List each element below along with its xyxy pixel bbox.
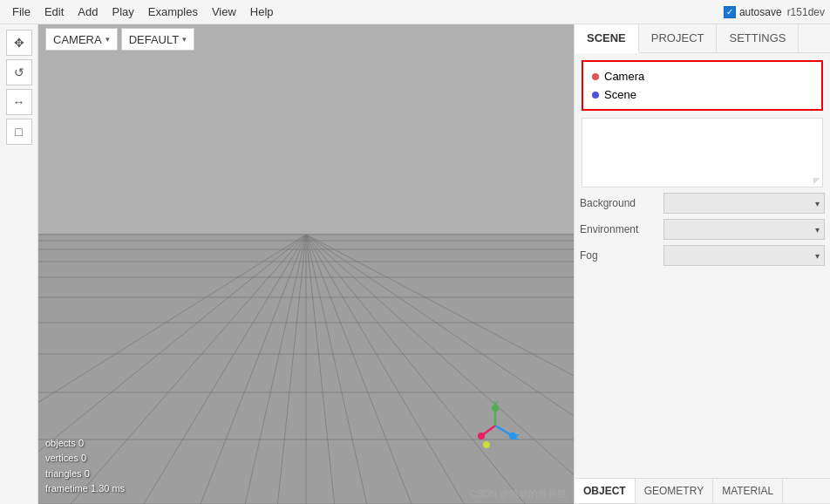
bottom-tabs: OBJECT GEOMETRY MATERIAL [575,478,830,504]
prop-environment-label: Environment [580,223,658,235]
resize-handle [813,178,820,185]
stat-triangles: triangles 0 [45,467,125,482]
menu-examples[interactable]: Examples [141,2,205,22]
scene-item-camera[interactable]: Camera [583,67,821,85]
prop-background-select[interactable] [663,193,825,214]
left-toolbar: ✥ ↺ ↔ □ [0,24,38,504]
tab-scene[interactable]: SCENE [575,24,639,53]
prop-fog-label: Fog [580,249,658,262]
menu-add[interactable]: Add [71,2,105,22]
view-dropdown-label: DEFAULT [129,33,180,46]
svg-point-33 [478,432,485,439]
scene-dot [592,92,599,99]
tab-geometry[interactable]: GEOMETRY [636,479,713,503]
autosave-checkbox[interactable] [724,6,736,18]
camera-dot [592,73,599,80]
prop-environment-select-wrap [663,219,825,240]
svg-text:Y: Y [493,399,499,408]
rotate-tool-button[interactable]: ↺ [6,59,32,85]
view-dropdown[interactable]: DEFAULT ▾ [121,28,195,51]
prop-background-label: Background [580,197,658,209]
stat-objects: objects 0 [45,436,125,452]
menu-file[interactable]: File [5,2,37,22]
prop-environment: Environment [580,219,825,240]
menubar-right: autosave r151dev [724,6,825,18]
scene-properties: Background Environment Fog [575,187,830,271]
select-tool-button[interactable]: □ [6,119,32,145]
stat-frametime: frametime 1.30 ms [45,481,125,497]
prop-environment-select[interactable] [663,219,825,240]
menu-help[interactable]: Help [243,2,281,22]
version-label: r151dev [787,6,825,18]
prop-fog: Fog [580,245,825,266]
tab-settings[interactable]: SETTINGS [717,24,799,52]
scene-item-scene-label: Scene [604,88,636,101]
autosave-label: autosave [739,6,782,18]
camera-dropdown[interactable]: CAMERA ▾ [45,28,118,51]
main-layout: ✥ ↺ ↔ □ [0,24,830,504]
prop-fog-select-wrap [663,245,825,266]
prop-fog-select[interactable] [663,245,825,266]
scene-item-scene[interactable]: Scene [583,85,821,104]
prop-background-select-wrap [663,193,825,214]
move-tool-button[interactable]: ✥ [6,30,32,56]
scene-item-camera-label: Camera [604,70,644,83]
menubar: File Edit Add Play Examples View Help au… [0,0,830,24]
watermark: CSDN @跳动的世界线 [470,487,567,501]
tab-object[interactable]: OBJECT [575,479,636,503]
menu-edit[interactable]: Edit [37,2,71,22]
right-panel-tabs: SCENE PROJECT SETTINGS [575,24,830,53]
menu-view[interactable]: View [205,2,243,22]
prop-background: Background [580,193,825,214]
viewport-topbar: CAMERA ▾ DEFAULT ▾ [38,24,574,54]
tab-material[interactable]: MATERIAL [713,479,783,503]
scene-notes-area[interactable] [582,118,823,187]
transform-gizmo: Z Y [469,399,521,452]
camera-dropdown-arrow: ▾ [105,35,110,44]
view-dropdown-arrow: ▾ [182,35,187,44]
camera-dropdown-label: CAMERA [53,33,102,46]
right-panel: SCENE PROJECT SETTINGS Camera Scene Back… [574,24,830,504]
svg-rect-0 [38,24,574,234]
autosave-check[interactable]: autosave [724,6,782,18]
svg-text:Z: Z [514,432,520,441]
scene-tree: Camera Scene [582,60,823,111]
svg-point-37 [483,441,490,448]
tab-project[interactable]: PROJECT [639,24,718,52]
stat-vertices: vertices 0 [45,451,125,467]
stats-overlay: objects 0 vertices 0 triangles 0 frameti… [45,436,125,497]
scale-tool-button[interactable]: ↔ [6,89,32,115]
menu-play[interactable]: Play [105,2,141,22]
viewport[interactable]: CAMERA ▾ DEFAULT ▾ objects 0 vertices 0 … [38,24,574,504]
